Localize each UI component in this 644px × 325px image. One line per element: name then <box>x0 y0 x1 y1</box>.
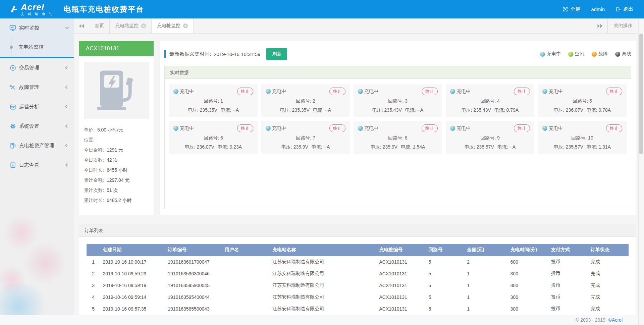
sidebar-group-realtime: 实时监控 充电站监控 <box>0 18 74 58</box>
sidebar-item-label: 日志查看 <box>19 162 39 168</box>
footer-brand-link[interactable]: ©Acrel <box>608 317 623 323</box>
circuit-measurements: 电压: 235.9V电流: 1.54A <box>358 144 438 150</box>
decorative-flowers <box>23 241 67 285</box>
chevron-left-icon <box>65 105 69 108</box>
stat-today-duration: 今日时长:6455 小时 <box>84 165 149 175</box>
circuit-measurements: 电压: 235.35V电流: --A <box>266 107 345 113</box>
tab-home[interactable]: 首页 <box>89 18 110 33</box>
column-index <box>87 244 100 256</box>
table-header-row: 创建日期 订单编号 用户名 充电站名称 充电桩编号 回路号 金额(元) 充电时间… <box>87 244 629 256</box>
stop-button[interactable]: 终止 <box>514 88 530 95</box>
legend-offline: 离线 <box>615 51 631 57</box>
fullscreen-button[interactable]: 全屏 <box>562 6 580 12</box>
sidebar-item-fault[interactable]: 故障管理 <box>0 77 74 97</box>
chevron-left-icon <box>65 144 69 147</box>
stat-total-count: 累计次数:51 次 <box>84 185 149 196</box>
circuit-card-2: 充电中终止 回路号: 2 电压: 235.35V电流: --A <box>261 84 350 117</box>
legend-fault: 故障 <box>592 51 608 57</box>
table-row: 12019-10-16 10:00:171910163601700047江苏安科… <box>87 256 629 268</box>
stop-button[interactable]: 终止 <box>606 88 622 95</box>
refresh-button[interactable]: 刷新 <box>266 48 287 60</box>
circuit-card-5: 充电中终止 回路号: 5 电压: 236.07V电流: 0.78A <box>538 84 627 117</box>
logout-label: 退出 <box>623 6 633 12</box>
charging-status-icon <box>173 89 178 94</box>
orders-panel: 订单列表 创建日期 订单编号 用户名 充电站名称 充电桩编号 回路号 金额(元) <box>79 224 636 315</box>
charging-status-icon <box>173 126 178 131</box>
table-row: 42019-10-16 09:59:141910163595400044江苏安科… <box>87 291 629 303</box>
page-footer: © 2003 - 2019 ©Acrel <box>0 315 644 325</box>
sidebar-item-label: 交易管理 <box>19 65 39 71</box>
sidebar-subitem-label: 充电站监控 <box>18 44 44 50</box>
chevron-left-icon <box>65 66 69 69</box>
tab-station-monitor[interactable]: 充电站监控 <box>110 18 152 33</box>
stop-button[interactable]: 终止 <box>237 88 253 95</box>
logo-text: Acrel <box>21 3 53 11</box>
username[interactable]: admin <box>591 6 605 12</box>
decorative-flowers <box>3 214 40 251</box>
stop-button[interactable]: 终止 <box>422 88 438 95</box>
charging-status-icon <box>358 89 363 94</box>
orders-title: 订单列表 <box>79 224 636 237</box>
circuit-card-9: 充电中终止 回路号: 9 电压: 235.57V电流: --A <box>446 121 534 154</box>
charging-status-icon <box>540 52 545 57</box>
legend-charging: 充电中 <box>540 51 561 57</box>
circuit-card-7: 充电中终止 回路号: 7 电压: 235.9V电流: --A <box>261 121 350 154</box>
sidebar-item-pile-asset[interactable]: 充电桩资产管理 <box>0 136 74 155</box>
vertical-scrollbar[interactable] <box>638 18 644 325</box>
table-row: 22019-10-16 09:59:231910163596300046江苏安科… <box>87 268 629 279</box>
circuit-no: 回路号: 8 <box>358 135 438 141</box>
charging-status-icon <box>266 126 271 131</box>
pile-asset-icon <box>9 142 16 149</box>
tab-close-icon[interactable] <box>183 23 188 28</box>
stop-button[interactable]: 终止 <box>237 124 253 132</box>
fault-status-icon <box>592 52 597 57</box>
sidebar-item-realtime-monitor[interactable]: 实时监控 <box>0 18 74 37</box>
tree-dot-icon <box>10 46 13 49</box>
circuit-no: 回路号: 7 <box>266 135 345 141</box>
sidebar-item-analysis[interactable]: 运营分析 <box>0 97 74 116</box>
tab-pile-monitor[interactable]: 充电桩监控 <box>152 18 194 33</box>
sidebar-item-label: 实时监控 <box>19 25 39 31</box>
realtime-data-box: 实时数据 充电中终止 回路号: 1 电压: 235.35V电流: --A 充电中… <box>164 66 631 209</box>
stop-button[interactable]: 终止 <box>329 124 345 132</box>
stop-button[interactable]: 终止 <box>329 88 345 95</box>
svg-text:¥: ¥ <box>12 66 14 70</box>
circuit-no: 回路号: 1 <box>173 98 253 104</box>
column-charge-minutes: 充电时间(分) <box>508 244 548 256</box>
tabs-scroll-right-button[interactable] <box>592 18 607 33</box>
settings-gear-icon <box>9 123 16 129</box>
close-operations-button[interactable]: 关闭操作 <box>607 18 638 33</box>
column-pile-no: 充电桩编号 <box>377 244 426 256</box>
chevron-down-icon <box>65 25 69 29</box>
pile-summary-card: ACX1010131 单价:5.00 小时/元 位置: 今日金额:1291 元 … <box>79 41 154 215</box>
tabs-scroll-left-button[interactable] <box>74 18 89 33</box>
circuit-no: 回路号: 4 <box>450 98 530 104</box>
tab-label: 充电桩监控 <box>157 23 180 29</box>
fullscreen-icon <box>562 6 568 12</box>
status-legend: 充电中 空闲 故障 离线 <box>540 51 631 57</box>
sidebar-item-settings[interactable]: 系统设置 <box>0 116 74 136</box>
circuit-measurements: 电压: 235.9V电流: --A <box>266 144 345 150</box>
sidebar-item-transaction[interactable]: ¥ 交易管理 <box>0 58 74 77</box>
sidebar-item-log[interactable]: 日志查看 <box>0 155 74 175</box>
acrel-logo: Acrel 安 科 瑞 电 气 <box>10 3 53 16</box>
logout-button[interactable]: 退出 <box>615 6 633 12</box>
column-amount: 金额(元) <box>464 244 507 256</box>
accent-bar <box>164 50 166 58</box>
stop-button[interactable]: 终止 <box>422 124 438 132</box>
tab-close-icon[interactable] <box>141 23 146 28</box>
sidebar-item-station-monitor[interactable]: 充电站监控 <box>0 37 74 57</box>
column-create-date: 创建日期 <box>100 244 165 256</box>
circuit-no: 回路号: 9 <box>450 135 530 141</box>
stop-button[interactable]: 终止 <box>514 124 530 132</box>
sidebar-item-label: 运营分析 <box>19 104 39 110</box>
column-order-status: 订单状态 <box>588 244 629 256</box>
circuit-measurements: 电压: 236.07V电流: 0.78A <box>542 107 622 113</box>
log-icon <box>9 162 16 168</box>
top-header: Acrel 安 科 瑞 电 气 电瓶车充电桩收费平台 全屏 admin 退出 <box>0 0 644 18</box>
fault-icon <box>9 84 16 91</box>
scrollbar-thumb[interactable] <box>639 34 643 154</box>
charging-status-icon <box>542 126 547 131</box>
stop-button[interactable]: 终止 <box>606 124 622 132</box>
charging-pile-icon <box>94 68 139 113</box>
